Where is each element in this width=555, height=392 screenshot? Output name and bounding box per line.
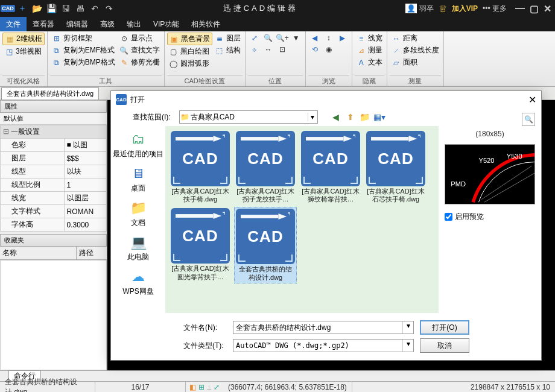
property-value[interactable]: ■ 以图 [64,139,106,152]
new-icon[interactable]: ＋ [16,2,29,15]
place-item[interactable]: 📁文档 [127,200,149,228]
filename-combo[interactable]: ▾ [233,321,414,334]
ribbon-button[interactable]: ⤢ [248,33,261,43]
cancel-button[interactable]: 取消 [420,338,469,353]
ribbon-button[interactable]: ⊿测量 [355,45,384,56]
enable-preview-input[interactable] [445,213,452,221]
enable-preview-checkbox[interactable]: 启用预览 [445,212,535,222]
svg-marker-9 [343,136,352,142]
ribbon-button[interactable]: ⊙显示点 [118,33,162,44]
ribbon-button[interactable]: ⬚结构 [213,45,243,56]
ribbon-button[interactable]: ◳3维视图 [2,46,45,57]
status-icon[interactable]: ⟂ [207,383,211,391]
ribbon-button[interactable]: ▦2维线框 [2,33,45,45]
menu-VIP功能[interactable]: VIP功能 [147,17,185,31]
print-icon[interactable]: 🖶 [74,2,87,15]
place-icon: 📁 [127,200,149,217]
close-button[interactable]: ✕ [544,3,551,14]
menu-文件[interactable]: 文件 [0,17,27,31]
user-area[interactable]: 👤 羽卒 [405,4,434,14]
chevron-down-icon[interactable]: ▾ [402,321,413,334]
newfolder-icon[interactable]: 📁 [359,111,371,123]
ribbon-button[interactable]: ▢黑白绘图 [167,46,212,57]
maximize-button[interactable]: ▢ [530,3,539,14]
place-item[interactable]: 🗂最近使用的项目 [113,131,163,159]
file-item[interactable]: CAD全套古典拱桥的结构设计.dwg [234,207,297,283]
menu-编辑器[interactable]: 编辑器 [60,17,94,31]
back-icon[interactable]: ◀ [330,111,342,123]
favorites-list[interactable] [0,260,107,370]
status-icon[interactable]: ◧ [189,383,196,391]
property-group[interactable]: 一般设置 [1,125,107,139]
file-item[interactable]: CAD[古典家具CAD]红木扶手椅.dwg [169,130,232,204]
menu-高级[interactable]: 高级 [94,17,121,31]
filename-input[interactable] [233,321,402,334]
ribbon-button[interactable]: ◯圆滑弧形 [167,58,212,69]
more-menu[interactable]: ••• 更多 [483,4,507,14]
menu-输出[interactable]: 输出 [121,17,147,31]
file-item[interactable]: CAD[古典家具CAD]红木拐子龙纹扶手… [234,130,297,204]
ribbon-button[interactable]: ▣黑色背景 [167,33,212,45]
dialog-close-button[interactable]: ✕ [528,94,536,106]
ribbon-button[interactable]: ↔ [262,44,275,55]
ribbon-button[interactable]: ⟲ [308,44,322,55]
ribbon-button[interactable]: ◉ [322,44,335,55]
ribbon-button[interactable]: ↔距离 [390,33,441,44]
place-item[interactable]: 🖥桌面 [127,165,149,194]
vip-button[interactable]: 加入VIP [452,4,478,14]
property-value[interactable]: 0.3000 [64,218,106,232]
ribbon-button[interactable]: A文本 [355,57,384,68]
ribbon-button[interactable]: ≣图层 [213,33,243,44]
file-item[interactable]: CAD[古典家具CAD]红木狮纹椅靠背扶… [299,130,362,204]
save-icon[interactable]: 💾 [45,2,58,15]
ribbon-button[interactable]: 🔍 [262,33,275,43]
saveas-icon[interactable]: 🖫 [59,2,72,15]
ribbon-button[interactable]: ⟋多段线长度 [390,45,441,56]
open-icon[interactable]: 📂 [30,2,43,15]
ribbon-button[interactable]: ⧉复制为BMP格式 [50,57,117,68]
lookin-combo[interactable]: 📁 ▾ [179,110,318,124]
undo-icon[interactable]: ↶ [88,2,101,15]
file-item[interactable]: CAD[古典家具CAD]红木圆光靠背扶手… [169,207,232,283]
file-list-area[interactable]: CAD[古典家具CAD]红木扶手椅.dwgCAD[古典家具CAD]红木拐子龙纹扶… [165,126,439,313]
filetype-combo[interactable]: ▾ [233,339,414,352]
place-item[interactable]: 💻此电脑 [127,234,149,262]
ribbon-button[interactable]: ▱面积 [390,57,441,68]
ribbon-button[interactable]: ▼ [290,33,303,43]
ribbon-button[interactable]: ⧉复制为EMF格式 [50,45,117,56]
file-item[interactable]: CAD[古典家具CAD]红木石芯扶手椅.dwg [364,130,427,204]
property-value[interactable]: 以图层 [64,192,106,205]
tools-button[interactable]: 🔍 [522,113,535,126]
filetype-input[interactable] [233,340,402,352]
ribbon-button[interactable]: ◀ [308,33,322,43]
property-value[interactable]: 1 [64,179,106,192]
ribbon-button[interactable]: 🔍查找文字 [118,45,162,56]
redo-icon[interactable]: ↷ [103,2,116,15]
status-icon[interactable]: ⤢ [214,383,220,391]
views-icon[interactable]: ▦▾ [373,111,385,123]
menu-查看器[interactable]: 查看器 [27,17,60,31]
status-icon[interactable]: ⊞ [198,383,205,391]
property-value[interactable]: ROMAN [64,205,106,218]
chevron-down-icon[interactable]: ▾ [308,113,317,121]
chevron-down-icon[interactable]: ▾ [402,340,413,352]
minimize-button[interactable]: — [515,3,525,14]
property-value[interactable]: $$$ [64,152,106,165]
file-name: [古典家具CAD]红木圆光靠背扶手… [170,265,230,280]
lookin-input[interactable] [191,113,308,121]
ribbon-button[interactable]: 🔍+ [276,33,289,43]
property-value[interactable]: 以块 [64,165,106,179]
ribbon-button[interactable]: ⊡ [276,44,289,55]
ribbon-button[interactable]: ⟐ [248,44,261,55]
open-button[interactable]: 打开(O) [420,320,469,335]
menu-相关软件[interactable]: 相关软件 [185,17,226,31]
ribbon-button[interactable]: ⊞剪切框架 [50,33,117,44]
ribbon-button[interactable]: ≡线宽 [355,33,384,44]
ribbon-button[interactable]: ↕ [322,33,335,43]
place-item[interactable]: ☁WPS网盘 [122,268,153,297]
ribbon-button[interactable]: ▶ [336,33,349,43]
document-tab[interactable]: 全套古典拱桥的结构设计.dwg [1,87,99,100]
up-icon[interactable]: ⬆ [344,111,357,123]
svg-rect-8 [306,137,343,141]
ribbon-button[interactable]: ✎修剪光栅 [118,57,162,68]
